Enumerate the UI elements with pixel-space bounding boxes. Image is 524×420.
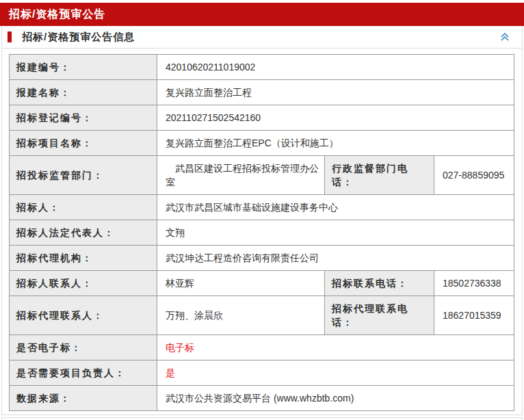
page-title-bar: 招标/资格预审公告 bbox=[0, 3, 524, 26]
row-regulatory-department: 招投标监管部门： 武昌区建设工程招标投标管理办公室 行政监督部门电话： 027-… bbox=[10, 156, 514, 195]
double-chevron-up-icon[interactable] bbox=[499, 31, 511, 43]
tenderee-contact-label: 招标人联系人： bbox=[10, 271, 157, 296]
panel-title: 招标/资格预审公告信息 bbox=[22, 31, 135, 44]
tender-phone-value: 18502736338 bbox=[434, 271, 514, 296]
announcement-info-table: 报建编号： 42010620211019002 报建名称： 复兴路立面整治工程 … bbox=[9, 54, 514, 411]
row-tender-agency: 招标代理机构： 武汉坤达工程造价咨询有限责任公司 bbox=[10, 246, 514, 271]
tender-phone-label: 招标联系电话： bbox=[325, 271, 434, 296]
data-source-value: 武汉市公共资源交易平台 (www.whzbtb.com) bbox=[157, 386, 514, 411]
requires-project-manager-label: 是否需要项目负责人： bbox=[10, 360, 157, 386]
tender-project-name-value: 复兴路立面整治工程EPC（设计和施工） bbox=[157, 131, 514, 156]
tenderee-legal-representative-label: 招标人法定代表人： bbox=[10, 220, 157, 246]
section-marker bbox=[8, 31, 12, 42]
tenderee-legal-representative-value: 文翔 bbox=[157, 220, 514, 246]
row-tender-registration-number: 招标登记编号： 202110271502542160 bbox=[10, 105, 514, 131]
filing-name-label: 报建名称： bbox=[10, 80, 157, 105]
agency-contact-value: 万翔、涂晨欣 bbox=[157, 296, 325, 335]
tenderee-contact-value: 林亚辉 bbox=[157, 271, 325, 296]
filing-number-label: 报建编号： bbox=[10, 55, 157, 80]
filing-number-value: 42010620211019002 bbox=[157, 55, 514, 80]
data-source-label: 数据来源： bbox=[10, 386, 157, 411]
agency-phone-label: 招标代理联系电话： bbox=[325, 296, 434, 335]
tender-registration-number-value: 202110271502542160 bbox=[157, 105, 514, 131]
page-title: 招标/资格预审公告 bbox=[9, 8, 105, 22]
announcement-info-panel: 招标/资格预审公告信息 报建编号： 42010620211019002 报建名称… bbox=[1, 26, 523, 415]
supervision-phone-value: 027-88859095 bbox=[434, 156, 514, 195]
regulatory-department-label: 招投标监管部门： bbox=[10, 156, 157, 195]
agency-phone-value: 18627015359 bbox=[434, 296, 514, 335]
row-filing-number: 报建编号： 42010620211019002 bbox=[10, 55, 514, 80]
supervision-phone-label: 行政监督部门电话： bbox=[325, 156, 434, 195]
row-tenderee-contact: 招标人联系人： 林亚辉 招标联系电话： 18502736338 bbox=[10, 271, 514, 296]
row-tenderee: 招标人： 武汉市武昌区城市基础设施建设事务中心 bbox=[10, 195, 514, 220]
requires-project-manager-value: 是 bbox=[157, 360, 514, 386]
is-electronic-bid-value: 电子标 bbox=[157, 335, 514, 360]
next-section-panel bbox=[1, 417, 523, 420]
is-electronic-bid-label: 是否电子标： bbox=[10, 335, 157, 360]
filing-name-value: 复兴路立面整治工程 bbox=[157, 80, 514, 105]
tender-agency-value: 武汉坤达工程造价咨询有限责任公司 bbox=[157, 246, 514, 271]
row-agency-contact: 招标代理联系人： 万翔、涂晨欣 招标代理联系电话： 18627015359 bbox=[10, 296, 514, 335]
tender-registration-number-label: 招标登记编号： bbox=[10, 105, 157, 131]
tenderee-label: 招标人： bbox=[10, 195, 157, 220]
row-data-source: 数据来源： 武汉市公共资源交易平台 (www.whzbtb.com) bbox=[10, 386, 514, 411]
tenderee-value: 武汉市武昌区城市基础设施建设事务中心 bbox=[157, 195, 514, 220]
row-requires-project-manager: 是否需要项目负责人： 是 bbox=[10, 360, 514, 386]
tender-project-name-label: 招标项目名称： bbox=[10, 131, 157, 156]
row-tender-project-name: 招标项目名称： 复兴路立面整治工程EPC（设计和施工） bbox=[10, 131, 514, 156]
row-filing-name: 报建名称： 复兴路立面整治工程 bbox=[10, 80, 514, 105]
row-is-electronic-bid: 是否电子标： 电子标 bbox=[10, 335, 514, 360]
regulatory-department-value: 武昌区建设工程招标投标管理办公室 bbox=[157, 156, 325, 195]
tender-agency-label: 招标代理机构： bbox=[10, 246, 157, 271]
row-tenderee-legal-representative: 招标人法定代表人： 文翔 bbox=[10, 220, 514, 246]
panel-header: 招标/资格预审公告信息 bbox=[2, 26, 522, 49]
agency-contact-label: 招标代理联系人： bbox=[10, 296, 157, 335]
